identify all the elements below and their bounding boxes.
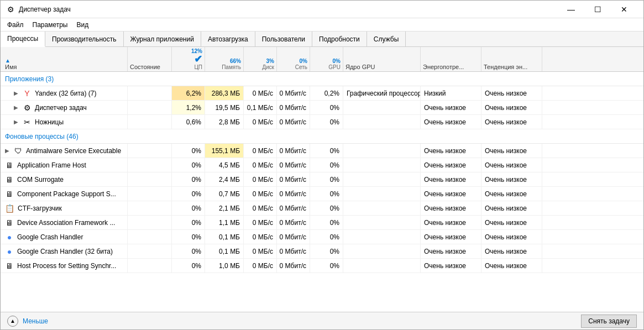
gcrash32-energy: Очень низкое xyxy=(421,244,481,258)
devassoc-gpu-core xyxy=(343,216,421,229)
expand-icon[interactable]: ▶ xyxy=(14,104,19,111)
antimalware-state xyxy=(128,144,172,158)
window-title: Диспетчер задач xyxy=(19,6,71,13)
taskmgr-disk: 0,1 МБ/с xyxy=(244,101,277,114)
antimalware-energy-trend: Очень низкое xyxy=(481,144,542,158)
expand-icon[interactable]: ▶ xyxy=(14,90,19,96)
compkg-state xyxy=(128,187,172,201)
comsurr-disk: 0 МБ/с xyxy=(244,172,277,186)
table-row[interactable]: 🖥 Component Package Support S... 0% 0,7 … xyxy=(1,187,643,201)
gcrash-mem: 0,1 МБ xyxy=(205,230,244,244)
col-state[interactable]: Состояние xyxy=(128,47,172,71)
devassoc-energy: Очень низкое xyxy=(421,216,481,229)
table-row[interactable]: ▶ ⚙ Диспетчер задач 1,2% 19,5 МБ 0,1 МБ/… xyxy=(1,101,643,115)
gcrash32-cpu: 0% xyxy=(172,244,205,258)
minimize-button[interactable]: — xyxy=(558,2,584,17)
tab-details[interactable]: Подробности xyxy=(312,32,367,46)
col-state-label: Состояние xyxy=(130,64,160,70)
gcrash-cpu: 0% xyxy=(172,230,205,244)
appframe-disk: 0 МБ/с xyxy=(244,158,277,172)
tab-users[interactable]: Пользователи xyxy=(255,32,312,46)
table-row[interactable]: 🖥 COM Surrogate 0% 2,4 МБ 0 МБ/с 0 Мбит/… xyxy=(1,172,643,187)
col-net[interactable]: 0% Сеть xyxy=(277,47,310,71)
ctf-state xyxy=(128,201,172,215)
gcrash-energy-trend: Очень низкое xyxy=(481,230,542,244)
hostproc-gpu-core xyxy=(343,259,421,273)
table-body[interactable]: Приложения (3) ▶ Y Yandex (32 бита) (7) … xyxy=(1,72,643,312)
tab-services[interactable]: Службы xyxy=(367,32,406,46)
col-energy[interactable]: Энергопотре... xyxy=(421,47,481,71)
appframe-state xyxy=(128,158,172,172)
gcrash32-gpu: 0% xyxy=(310,244,343,258)
col-gpu-core[interactable]: Ядро GPU xyxy=(343,47,421,71)
taskmgr-net: 0 Мбит/с xyxy=(277,101,310,114)
tab-app-history[interactable]: Журнал приложений xyxy=(124,32,201,46)
table-row[interactable]: ▶ Y Yandex (32 бита) (7) 6,2% 286,3 МБ 0… xyxy=(1,86,643,101)
process-name-scissors: ▶ ✂ Ножницы xyxy=(1,115,128,129)
antimalware-net: 0 Мбит/с xyxy=(277,144,310,158)
yandex-gpu: 0,2% xyxy=(310,86,343,100)
hostproc-cpu: 0% xyxy=(172,259,205,273)
less-button[interactable]: Меньше xyxy=(23,317,48,325)
antimalware-icon: 🛡 xyxy=(14,146,23,155)
ctf-energy-trend: Очень низкое xyxy=(481,201,542,215)
antimalware-gpu-core xyxy=(343,144,421,158)
table-row[interactable]: 🖥 Application Frame Host 0% 4,5 МБ 0 МБ/… xyxy=(1,158,643,172)
table-row[interactable]: 🖥 Host Process for Setting Synchr... 0% … xyxy=(1,259,643,273)
comsurr-net: 0 Мбит/с xyxy=(277,172,310,186)
process-name-yandex: ▶ Y Yandex (32 бита) (7) xyxy=(1,86,128,100)
tab-bar: Процессы Производительность Журнал прило… xyxy=(1,32,643,47)
taskmgr-state xyxy=(128,101,172,114)
maximize-button[interactable]: ☐ xyxy=(585,2,610,17)
gpu-percent: 0% xyxy=(333,58,341,64)
group-applications-title[interactable]: Приложения (3) xyxy=(1,72,128,86)
col-memory[interactable]: 66% Память xyxy=(205,47,244,71)
process-name-antimalware: ▶ 🛡 Antimalware Service Executable xyxy=(1,144,128,158)
process-name-hostproc: 🖥 Host Process for Setting Synchr... xyxy=(1,259,128,273)
yandex-cpu: 6,2% xyxy=(172,86,205,100)
expand-icon[interactable]: ▶ xyxy=(5,148,11,154)
gcrash32-mem: 0,1 МБ xyxy=(205,244,244,258)
col-gpu[interactable]: 0% GPU xyxy=(310,47,343,71)
devassoc-net: 0 Мбит/с xyxy=(277,216,310,229)
net-percent: 0% xyxy=(300,58,307,64)
ctf-gpu-core xyxy=(343,201,421,215)
table-row[interactable]: 📋 CTF-загрузчик 0% 2,1 МБ 0 МБ/с 0 Мбит/… xyxy=(1,201,643,216)
tab-startup[interactable]: Автозагрузка xyxy=(201,32,255,46)
table-row[interactable]: ● Google Crash Handler (32 бита) 0% 0,1 … xyxy=(1,244,643,259)
end-task-button[interactable]: Снять задачу xyxy=(581,315,637,328)
hostproc-net: 0 Мбит/с xyxy=(277,259,310,273)
menu-view[interactable]: Вид xyxy=(72,20,93,30)
scissors-cpu: 0,6% xyxy=(172,115,205,129)
appframe-net: 0 Мбит/с xyxy=(277,158,310,172)
menu-bar: Файл Параметры Вид xyxy=(1,18,643,32)
table-row[interactable]: ▶ 🛡 Antimalware Service Executable 0% 15… xyxy=(1,144,643,158)
col-cpu[interactable]: 12% ✔ ЦП xyxy=(172,47,205,71)
close-button[interactable]: ✕ xyxy=(611,2,637,17)
devassoc-energy-trend: Очень низкое xyxy=(481,216,542,229)
tab-processes[interactable]: Процессы xyxy=(1,32,45,47)
comsurr-cpu: 0% xyxy=(172,172,205,186)
checkmark-icon: ✔ xyxy=(194,54,202,64)
footer-left: ▲ Меньше xyxy=(7,316,48,327)
group-background-title[interactable]: Фоновые процессы (46) xyxy=(1,129,128,143)
table-row[interactable]: ▶ ✂ Ножницы 0,6% 2,8 МБ 0 МБ/с 0 Мбит/с … xyxy=(1,115,643,129)
process-name-gcrash32: ● Google Crash Handler (32 бита) xyxy=(1,244,128,258)
taskmgr-energy-trend: Очень низкое xyxy=(481,101,542,114)
yandex-net: 0 Мбит/с xyxy=(277,86,310,100)
tab-performance[interactable]: Производительность xyxy=(45,32,123,46)
expand-icon[interactable]: ▶ xyxy=(14,119,19,125)
menu-file[interactable]: Файл xyxy=(3,20,28,30)
table-row[interactable]: ● Google Crash Handler 0% 0,1 МБ 0 МБ/с … xyxy=(1,230,643,244)
comsurr-mem: 2,4 МБ xyxy=(205,172,244,186)
col-gpu-core-label: Ядро GPU xyxy=(345,64,375,70)
col-disk[interactable]: 3% Диск xyxy=(244,47,277,71)
process-name-gcrash: ● Google Crash Handler xyxy=(1,230,128,244)
menu-params[interactable]: Параметры xyxy=(28,20,72,30)
col-name[interactable]: ▲ Имя xyxy=(1,47,128,71)
table-row[interactable]: 🖥 Device Association Framework ... 0% 1,… xyxy=(1,216,643,230)
col-energy-trend[interactable]: Тенденция эн... xyxy=(481,47,542,71)
ctf-mem: 2,1 МБ xyxy=(205,201,244,215)
scissors-energy: Очень низкое xyxy=(421,115,481,129)
appframe-gpu: 0% xyxy=(310,158,343,172)
